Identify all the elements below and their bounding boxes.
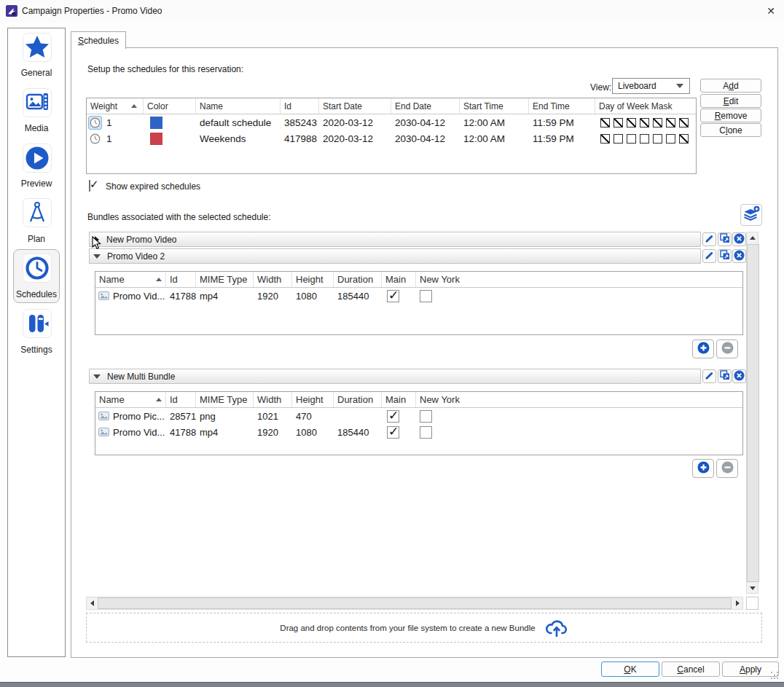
- remove-button-label: Remove: [715, 111, 748, 121]
- column-header-id[interactable]: Id: [166, 272, 196, 287]
- bundle-header-new-multi-bundle[interactable]: New Multi Bundle: [89, 369, 701, 384]
- minus-circle-icon: [721, 342, 734, 356]
- bundle-header-promo-video-2[interactable]: Promo Video 2: [89, 248, 701, 264]
- column-header-color[interactable]: Color: [144, 98, 196, 114]
- ok-button[interactable]: OK: [601, 662, 659, 677]
- view-dropdown[interactable]: Liveboard: [612, 78, 690, 94]
- column-header-height[interactable]: Height: [292, 392, 334, 407]
- media-row[interactable]: Promo Vid... 417881 mp4 1920 1080 185440: [95, 288, 742, 304]
- sidebar-label-preview[interactable]: Preview: [7, 178, 66, 189]
- width-cell: 1920: [254, 291, 292, 302]
- scroll-down-button[interactable]: [747, 583, 758, 593]
- sidebar-label-settings[interactable]: Settings: [7, 345, 66, 355]
- remove-media-button[interactable]: [716, 339, 738, 358]
- bundle-header-new-promo-video[interactable]: New Promo Video: [89, 232, 701, 247]
- horizontal-scroll-thumb[interactable]: [98, 597, 732, 609]
- media-row[interactable]: Promo Pic... 285715 png 1021 470: [95, 408, 742, 424]
- add-button[interactable]: Add: [700, 79, 761, 93]
- bundle-duplicate-button[interactable]: [718, 369, 732, 383]
- media-name: Promo Pic...: [113, 411, 165, 422]
- bundle-dropzone[interactable]: Drag and drop contents from your file sy…: [86, 613, 762, 643]
- vertical-scroll-thumb[interactable]: [747, 244, 759, 582]
- new-york-checkbox[interactable]: [420, 410, 432, 423]
- add-media-button[interactable]: [692, 339, 714, 358]
- cancel-button[interactable]: Cancel: [662, 662, 720, 677]
- sidebar-item-plan[interactable]: [23, 198, 52, 227]
- bundle-edit-button[interactable]: [702, 232, 716, 246]
- column-header-name[interactable]: Name: [196, 98, 281, 114]
- tab-schedules[interactable]: Schedules: [71, 31, 126, 49]
- scroll-left-button[interactable]: [87, 597, 97, 609]
- sidebar-label-general[interactable]: General: [7, 68, 66, 78]
- remove-button[interactable]: Remove: [700, 109, 761, 122]
- bundle-edit-button[interactable]: [702, 249, 716, 263]
- show-expired-label[interactable]: Show expired schedules: [106, 181, 200, 192]
- sidebar-item-media[interactable]: [23, 88, 52, 117]
- bundle-edit-button[interactable]: [702, 369, 716, 383]
- column-header-start-time[interactable]: Start Time: [460, 98, 529, 114]
- sidebar-item-preview[interactable]: [23, 144, 52, 173]
- chevron-down-icon: [93, 374, 101, 379]
- image-icon: [98, 291, 109, 300]
- column-header-end-date[interactable]: End Date: [391, 98, 460, 114]
- column-header-width[interactable]: Width: [254, 392, 292, 407]
- width-cell: 1920: [254, 427, 292, 438]
- start-date-cell: 2020-03-12: [319, 133, 391, 144]
- copy-icon: [720, 370, 730, 382]
- main-checkbox[interactable]: [387, 426, 399, 439]
- column-header-main[interactable]: Main: [382, 272, 416, 287]
- layers-plus-icon: [742, 205, 760, 225]
- bundle-duplicate-button[interactable]: [718, 232, 732, 246]
- column-header-name[interactable]: Name: [95, 392, 166, 407]
- bundle-delete-button[interactable]: [732, 369, 746, 383]
- column-header-mime-type[interactable]: MIME Type: [196, 272, 254, 287]
- bundle-delete-button[interactable]: [732, 232, 746, 246]
- column-header-id[interactable]: Id: [281, 98, 319, 114]
- column-header-new-york[interactable]: New York: [416, 392, 742, 407]
- column-header-duration[interactable]: Duration: [334, 272, 382, 287]
- clone-button[interactable]: Clone: [700, 123, 761, 137]
- new-york-checkbox[interactable]: [420, 290, 432, 302]
- schedule-row[interactable]: 1 Weekends 417988 2020-03-12 2030-04-12 …: [87, 130, 696, 146]
- scroll-right-button[interactable]: [732, 597, 742, 609]
- close-button[interactable]: ✕: [762, 4, 780, 18]
- sidebar-item-general[interactable]: [23, 33, 52, 62]
- id-cell: 385243: [281, 117, 319, 128]
- bundle-duplicate-button[interactable]: [718, 249, 732, 263]
- column-header-name[interactable]: Name: [95, 272, 166, 287]
- apply-button[interactable]: Apply: [722, 662, 779, 677]
- sidebar-item-settings[interactable]: [23, 309, 52, 338]
- column-header-end-time[interactable]: End Time: [529, 98, 595, 114]
- column-header-weight[interactable]: Weight: [87, 98, 144, 114]
- column-header-mime-type[interactable]: MIME Type: [196, 392, 254, 407]
- column-header-height[interactable]: Height: [292, 272, 334, 287]
- bundles-vertical-scrollbar[interactable]: [746, 232, 758, 594]
- edit-button[interactable]: Edit: [700, 94, 761, 108]
- column-header-width[interactable]: Width: [254, 272, 292, 287]
- column-header-new-york[interactable]: New York: [416, 272, 742, 287]
- column-header-start-date[interactable]: Start Date: [319, 98, 391, 114]
- bundles-horizontal-scrollbar[interactable]: [86, 597, 743, 610]
- scroll-up-button[interactable]: [747, 232, 758, 243]
- column-header-main[interactable]: Main: [382, 392, 416, 407]
- column-header-id[interactable]: Id: [166, 392, 196, 407]
- main-checkbox[interactable]: [387, 290, 399, 302]
- main-checkbox[interactable]: [387, 410, 399, 423]
- sidebar-label-media[interactable]: Media: [7, 123, 66, 133]
- sidebar-item-schedules[interactable]: [23, 254, 52, 283]
- resize-grip[interactable]: [771, 672, 772, 673]
- new-york-checkbox[interactable]: [420, 426, 432, 439]
- show-expired-checkbox[interactable]: [89, 180, 90, 192]
- image-icon: [98, 428, 109, 436]
- bundle-delete-button[interactable]: [732, 249, 746, 263]
- column-header-duration[interactable]: Duration: [334, 392, 382, 407]
- schedule-row[interactable]: 1 default schedule 385243 2020-03-12 203…: [87, 114, 696, 130]
- add-media-button[interactable]: [692, 459, 714, 478]
- sidebar-label-schedules[interactable]: Schedules: [7, 289, 66, 299]
- color-swatch: [150, 133, 162, 145]
- add-bundle-button[interactable]: [740, 204, 762, 226]
- column-header-day-of-week-mask[interactable]: Day of Week Mask: [595, 98, 696, 114]
- media-row[interactable]: Promo Vid... 417881 mp4 1920 1080 185440: [95, 424, 742, 440]
- remove-media-button[interactable]: [716, 459, 738, 478]
- sidebar-label-plan[interactable]: Plan: [7, 234, 66, 244]
